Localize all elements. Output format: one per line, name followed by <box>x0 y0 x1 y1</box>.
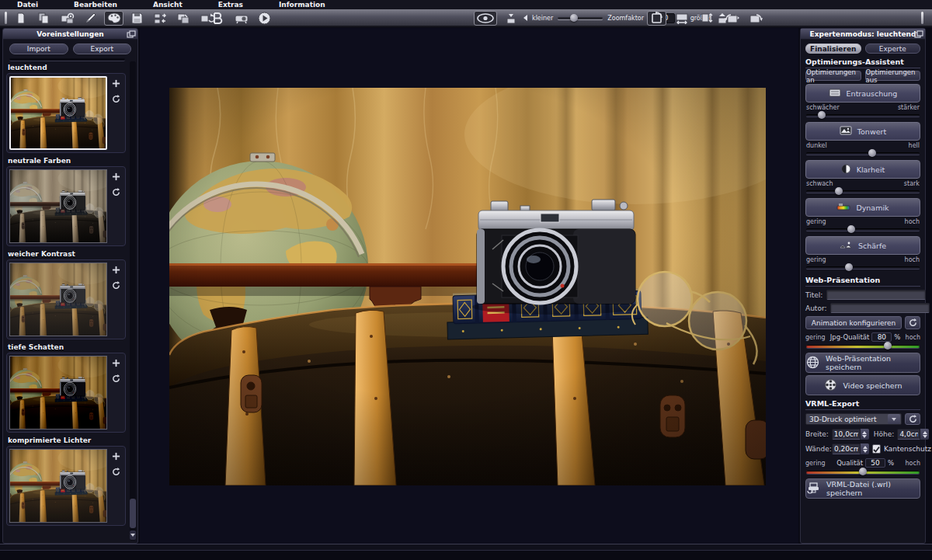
clarity-slider[interactable] <box>806 187 920 196</box>
image-exchange-icon[interactable] <box>151 11 170 26</box>
preset-thumbnail[interactable] <box>9 76 107 150</box>
menu-datei[interactable]: Datei <box>17 1 38 9</box>
book-icon[interactable] <box>208 11 228 26</box>
preset-item[interactable]: weicher Kontrast <box>6 250 126 339</box>
zoom-out-arrow-icon[interactable] <box>523 15 527 21</box>
refresh-preset-icon[interactable] <box>110 373 121 384</box>
slider-thumb[interactable] <box>884 342 892 350</box>
edge-protection-label: Kantenschutz <box>884 445 931 453</box>
author-field[interactable] <box>830 303 930 313</box>
play-icon[interactable] <box>255 11 274 26</box>
vrml-quality-slider[interactable] <box>806 468 920 476</box>
zoom-smaller-label: kleiner <box>532 15 553 22</box>
resize-height-icon[interactable] <box>697 11 716 26</box>
menu-information[interactable]: Information <box>279 1 325 9</box>
rotate-left-icon[interactable] <box>722 11 741 26</box>
preset-item[interactable]: neutrale Farben <box>6 157 126 246</box>
denoise-button[interactable]: Entrauschung <box>805 84 920 103</box>
dynamic-slider[interactable] <box>806 225 920 234</box>
save-video-button[interactable]: Video speichern <box>805 375 920 395</box>
jpg-quality-slider[interactable] <box>806 342 920 350</box>
width-stepper[interactable] <box>832 429 869 440</box>
refresh-preset-icon[interactable] <box>110 280 121 290</box>
vrml-quality-label: Qualität <box>836 459 863 467</box>
denoise-slider[interactable] <box>806 111 920 120</box>
vrml-mode-dropdown[interactable]: 3D-Druck optimiert <box>805 413 902 425</box>
slider-thumb[interactable] <box>845 263 853 271</box>
preset-thumbnail[interactable] <box>9 356 107 430</box>
animation-refresh-icon[interactable] <box>905 316 920 329</box>
dynamic-button[interactable]: Dynamik <box>805 198 920 217</box>
slider-thumb[interactable] <box>835 187 843 195</box>
brush-icon[interactable] <box>81 11 100 26</box>
vrml-refresh-icon[interactable] <box>905 413 920 425</box>
tonemap-button[interactable]: Tonwert <box>805 122 920 141</box>
new-project-icon[interactable] <box>11 11 30 26</box>
zoom-slider-thumb[interactable] <box>570 14 578 22</box>
batch-images-icon[interactable] <box>57 11 77 26</box>
height-input[interactable] <box>897 429 920 440</box>
refresh-preset-icon[interactable] <box>110 186 121 197</box>
add-preset-icon[interactable] <box>110 357 121 368</box>
configure-animation-button[interactable]: Animation konfigurieren <box>805 316 902 329</box>
scrollbar-down-icon[interactable] <box>130 530 136 540</box>
image-copy-settings-icon[interactable] <box>174 11 193 26</box>
menu-bearbeiten[interactable]: Bearbeiten <box>74 1 117 9</box>
preset-item[interactable]: tiefe Schatten <box>6 343 126 433</box>
detach-panel-icon[interactable] <box>127 30 136 40</box>
refresh-preset-icon[interactable] <box>110 93 121 104</box>
slider-thumb[interactable] <box>818 111 826 119</box>
optimizations-off-button[interactable]: Optimierungen aus <box>865 71 921 81</box>
clarity-button[interactable]: Klarheit <box>805 160 920 179</box>
presets-scrollbar[interactable] <box>130 61 136 541</box>
add-preset-icon[interactable] <box>110 264 121 275</box>
optimizations-on-button[interactable]: Optimierungen an <box>805 71 861 81</box>
walls-input[interactable] <box>832 443 861 454</box>
preset-thumbnail[interactable] <box>9 263 107 336</box>
menu-extras[interactable]: Extras <box>218 1 243 9</box>
sharpen-slider[interactable] <box>806 263 920 272</box>
detach-panel-icon[interactable] <box>914 30 923 40</box>
tab-finalisieren[interactable]: Finalisieren <box>805 43 861 54</box>
add-preset-icon[interactable] <box>110 78 121 89</box>
refresh-preset-icon[interactable] <box>110 466 121 477</box>
scrollbar-thumb[interactable] <box>130 499 136 528</box>
preset-item[interactable]: leuchtend <box>6 64 126 153</box>
vrml-quality-input[interactable] <box>865 458 885 468</box>
preset-filter-groove[interactable] <box>9 58 125 61</box>
crop-rotate-icon[interactable] <box>647 11 666 26</box>
resize-width-icon[interactable] <box>672 11 691 26</box>
menu-ansicht[interactable]: Ansicht <box>153 1 183 9</box>
edge-protection-checkbox[interactable] <box>872 444 881 454</box>
slider-thumb[interactable] <box>847 225 855 233</box>
sharpen-button[interactable]: Schärfe <box>805 236 920 255</box>
tab-experte[interactable]: Experte <box>865 43 921 54</box>
save-web-presentation-button[interactable]: Web-Präsentation speichern <box>805 353 920 373</box>
save-vrml-button[interactable]: VRML-Datei (.wrl) speichern <box>805 478 920 499</box>
copy-project-icon[interactable] <box>34 11 54 26</box>
preset-item[interactable]: komprimierte Lichter <box>6 437 126 526</box>
zoom-slider[interactable] <box>558 14 603 22</box>
title-field[interactable] <box>826 290 926 300</box>
rotate-right-icon[interactable] <box>746 11 766 26</box>
slider-thumb[interactable] <box>859 468 867 475</box>
tonemap-slider[interactable] <box>806 149 920 158</box>
eye-icon[interactable] <box>474 11 497 26</box>
preset-thumbnail[interactable] <box>9 169 107 243</box>
add-preset-icon[interactable] <box>110 171 121 182</box>
preset-thumbnail[interactable] <box>9 449 107 523</box>
palette-icon[interactable] <box>104 11 123 26</box>
add-preset-icon[interactable] <box>110 450 121 461</box>
projector-icon[interactable] <box>231 11 251 26</box>
width-input[interactable] <box>832 429 861 440</box>
jpg-quality-input[interactable] <box>871 332 892 342</box>
slider-thumb[interactable] <box>868 149 876 157</box>
save-icon[interactable] <box>127 11 147 26</box>
main-photo[interactable]: Vintage-Kamera auf altem Reisekoffer mit… <box>169 88 766 485</box>
export-button[interactable]: Export <box>73 43 132 54</box>
height-stepper[interactable] <box>897 429 929 440</box>
stack-smaller-icon[interactable] <box>503 11 519 26</box>
walls-stepper[interactable] <box>832 443 869 454</box>
chevron-down-icon[interactable] <box>888 414 900 424</box>
import-button[interactable]: Import <box>9 43 68 54</box>
